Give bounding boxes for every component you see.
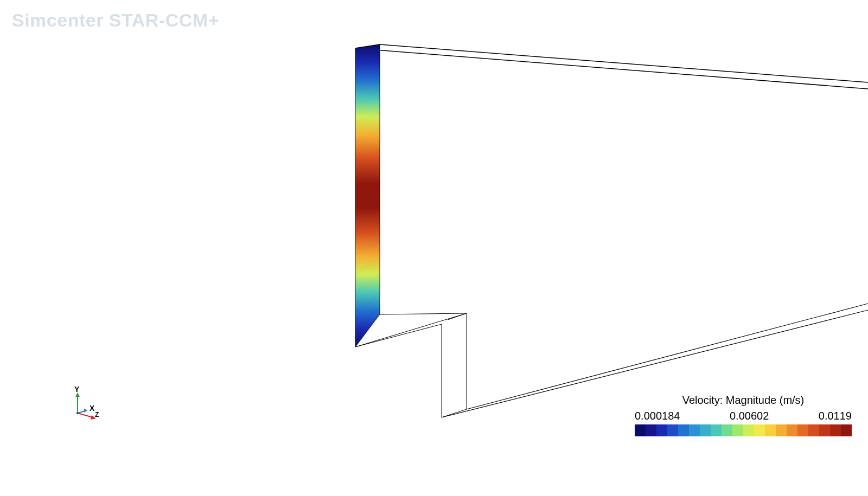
svg-line-36 [78, 411, 85, 413]
scene-viewport[interactable]: Simcenter STAR-CCM+ [0, 0, 868, 496]
legend-colorbar [635, 424, 852, 436]
svg-line-8 [448, 313, 467, 320]
svg-line-10 [467, 304, 868, 409]
legend-ticks: 0.000184 0.00602 0.0119 [635, 410, 852, 422]
triad-x-label: X [90, 404, 94, 413]
triad-y-label: Y [74, 385, 79, 394]
orientation-triad[interactable]: Y X Z [68, 390, 100, 423]
svg-line-5 [380, 313, 467, 314]
legend-tick-min: 0.000184 [635, 410, 680, 422]
svg-line-0 [380, 44, 868, 82]
legend-title: Velocity: Magnitude (m/s) [635, 394, 852, 407]
inlet-scalar-plane [355, 44, 380, 347]
legend-tick-max: 0.0119 [819, 410, 852, 422]
legend-tick-mid: 0.00602 [730, 410, 769, 422]
color-legend[interactable]: Velocity: Magnitude (m/s) 0.000184 0.006… [635, 394, 852, 436]
svg-line-2 [355, 48, 868, 89]
triad-z-label: Z [95, 411, 99, 418]
svg-line-34 [78, 413, 93, 417]
svg-marker-37 [84, 409, 87, 413]
